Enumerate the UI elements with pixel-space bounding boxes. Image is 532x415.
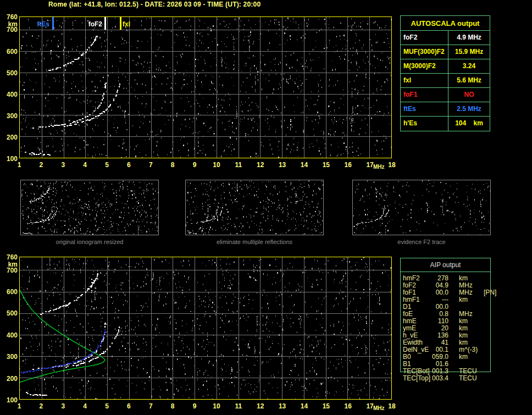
autoscala-row-label: h'Es — [401, 117, 448, 131]
y-tick-label: 760 — [0, 253, 18, 261]
x-tick-label: 4 — [79, 161, 92, 169]
aip-row-unit: TECU — [448, 375, 483, 382]
panel-evidence-f2 — [352, 180, 491, 235]
x-axis-unit-label: MHz — [373, 405, 385, 411]
y-tick-label: 500 — [0, 69, 18, 77]
autoscala-row-label: foF1 — [401, 88, 448, 102]
autoscala-row-label: ftEs — [401, 102, 448, 116]
y-tick-label: 300 — [0, 112, 18, 120]
table-row: DelN_vE00.1m^(-3) — [403, 346, 499, 353]
x-tick-label: 6 — [122, 402, 135, 410]
autoscala-table-title: AUTOSCALA output — [401, 16, 490, 31]
x-tick-label: 4 — [79, 402, 92, 410]
page-title: Rome (lat: +41.8, lon: 012.5) - DATE: 20… — [48, 1, 261, 8]
x-tick-label: 15 — [319, 402, 332, 410]
bottom-ionogram-canvas — [20, 257, 391, 399]
x-axis-unit-label: MHz — [373, 164, 385, 170]
x-tick-label: 12 — [254, 161, 267, 169]
x-tick-label: 8 — [166, 402, 179, 410]
table-row: hmF1---km — [403, 296, 499, 303]
y-tick-label: 300 — [0, 353, 18, 361]
aip-row-unit: km — [448, 296, 483, 303]
autoscala-table-rows: foF24.9 MHzMUF(3000)F215.9 MHzM(3000)F23… — [401, 31, 490, 131]
x-tick-label: 2 — [35, 402, 48, 410]
x-tick-label: 8 — [166, 161, 179, 169]
y-axis-unit-label: km — [0, 261, 18, 268]
y-tick-label: 200 — [0, 134, 18, 141]
y-tick-label: 200 — [0, 375, 18, 383]
panel-original-caption: original ionogram resized — [20, 239, 159, 245]
y-tick-label: 400 — [0, 91, 18, 98]
y-tick-label: 100 — [0, 155, 18, 163]
x-tick-label: 14 — [297, 161, 311, 169]
x-tick-label: 12 — [254, 402, 267, 410]
x-tick-label: 5 — [101, 402, 114, 410]
panel-evidence-canvas — [353, 180, 490, 235]
aip-row-unit: km — [448, 353, 483, 361]
fxi-marker-label: fxI — [123, 20, 141, 28]
x-tick-label: 13 — [276, 161, 289, 169]
x-tick-label: 7 — [144, 402, 157, 410]
x-tick-label: 9 — [188, 161, 201, 169]
autoscala-row-value: 104 km — [448, 117, 490, 131]
table-row: D100.0 — [403, 303, 499, 311]
autoscala-row-value: 2.5 MHz — [448, 102, 490, 116]
panel-original-ionogram — [20, 180, 159, 235]
autoscala-row-value: NO — [448, 88, 490, 102]
y-tick-label: 400 — [0, 331, 18, 339]
x-tick-label: 16 — [341, 161, 354, 169]
x-tick-label: 18 — [385, 161, 398, 169]
x-tick-label: 10 — [210, 161, 223, 169]
x-tick-label: 9 — [188, 402, 201, 410]
autoscala-output-table: AUTOSCALA output foF24.9 MHzMUF(3000)F21… — [400, 15, 490, 131]
y-tick-label: 500 — [0, 309, 18, 317]
panel-eliminate-caption: eliminate multiple reflections — [185, 239, 324, 245]
x-tick-label: 15 — [319, 161, 332, 169]
aip-row-label: TEC[Top] — [403, 375, 431, 382]
table-row: B0059.0km — [403, 353, 499, 361]
y-tick-label: 760 — [0, 13, 18, 21]
x-tick-label: 18 — [385, 402, 398, 410]
table-row: h'Es104 km — [401, 117, 490, 131]
x-tick-label: 3 — [57, 161, 70, 169]
table-row: MUF(3000)F215.9 MHz — [401, 45, 490, 59]
y-tick-label: 600 — [0, 288, 18, 296]
table-row: ftEs2.5 MHz — [401, 102, 490, 117]
panel-eliminate-multiples — [185, 180, 324, 235]
aip-row-value: 003.4 — [431, 375, 448, 382]
y-axis-unit-label: km — [0, 20, 18, 28]
table-row: foF24.9 MHz — [401, 31, 490, 45]
x-tick-label: 3 — [57, 402, 70, 410]
table-row: foF1NO — [401, 88, 490, 102]
table-row: M(3000)F23.24 — [401, 59, 490, 74]
aip-row-extra: [PN] — [483, 289, 496, 296]
x-tick-label: 16 — [341, 402, 354, 410]
table-row: fxI5.6 MHz — [401, 74, 490, 88]
x-tick-label: 5 — [101, 161, 114, 169]
table-row: TEC[Top]003.4TECU — [403, 375, 499, 382]
x-tick-label: 10 — [210, 402, 223, 410]
autoscala-row-value: 5.6 MHz — [448, 74, 490, 87]
x-tick-label: 7 — [144, 161, 157, 169]
panel-original-canvas — [21, 180, 158, 235]
table-row: hmF2278km — [403, 275, 499, 282]
autoscala-row-value: 4.9 MHz — [448, 31, 490, 45]
aip-table-title: AIP output — [401, 258, 490, 272]
x-tick-label: 11 — [232, 402, 245, 410]
top-ionogram-canvas — [20, 17, 391, 158]
panel-evidence-caption: evidence F2 trace — [352, 239, 491, 245]
table-row: hmE110km — [403, 318, 499, 325]
autoscala-row-label: M(3000)F2 — [401, 59, 448, 73]
autoscala-row-label: fxI — [401, 74, 448, 87]
aip-table-rows: hmF2278kmfoF204.9MHzfoF100.0MHz[PN]hmF1-… — [403, 275, 499, 382]
top-ionogram-plot — [19, 16, 392, 158]
autoscala-row-label: MUF(3000)F2 — [401, 45, 448, 59]
y-tick-label: 600 — [0, 48, 18, 56]
x-tick-label: 11 — [232, 161, 245, 169]
panel-eliminate-canvas — [186, 180, 323, 235]
autoscala-row-value: 15.9 MHz — [448, 45, 490, 59]
x-tick-label: 14 — [297, 402, 311, 410]
ftes-marker-label: ftEs — [31, 20, 49, 28]
x-tick-label: 13 — [276, 402, 289, 410]
y-tick-label: 100 — [0, 396, 18, 404]
